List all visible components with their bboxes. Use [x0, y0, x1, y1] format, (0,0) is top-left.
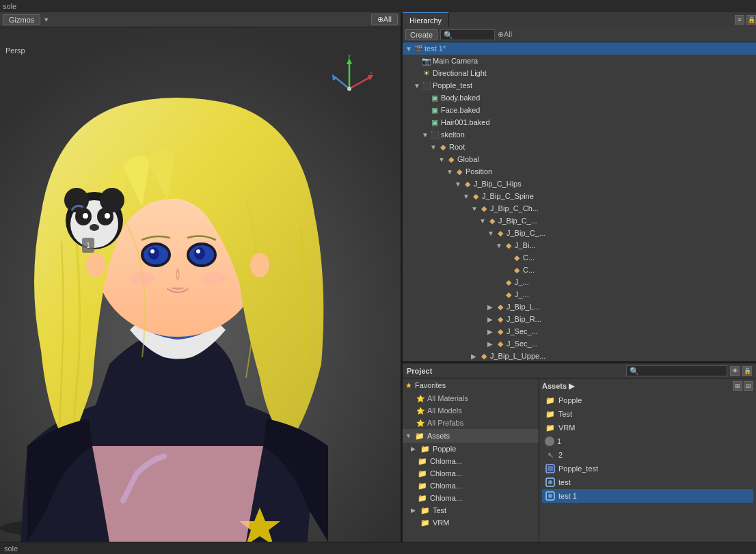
hierarchy-item-hips[interactable]: ▼ ◆ J_Bip_C_Hips: [403, 178, 756, 190]
hierarchy-menu-icon[interactable]: ≡: [735, 15, 744, 25]
svg-line-31: [349, 77, 371, 89]
skelton-icon: ⬛: [430, 130, 440, 139]
hierarchy-item-c1[interactable]: ▶ ◆ C...: [403, 251, 756, 264]
svg-point-11: [196, 249, 200, 253]
project-search-input[interactable]: [626, 365, 727, 376]
svg-rect-38: [548, 466, 553, 471]
chest-icon: ◆: [479, 204, 489, 213]
assets-right-btn2[interactable]: ⊟: [744, 381, 753, 391]
hierarchy-item-global[interactable]: ▼ ◆ Global: [403, 153, 756, 165]
hierarchy-item-position[interactable]: ▼ ◆ Position: [403, 165, 756, 178]
global-arrow: ▼: [438, 156, 446, 163]
hierarchy-item-spine[interactable]: ▼ ◆ J_Bip_C_Spine: [403, 190, 756, 202]
hierarchy-item-sec-r[interactable]: ▶ ◆ J_Sec_...: [403, 337, 756, 350]
test-scene-asset-icon: [545, 477, 556, 488]
hierarchy-item-bip-l[interactable]: ▶ ◆ J_Bip_L...: [403, 301, 756, 313]
bip-l-arrow: ▶: [487, 303, 496, 311]
hierarchy-item-popple-test[interactable]: ▼ ⬛ Popple_test: [403, 79, 756, 92]
hierarchy-item-head[interactable]: ▼ ◆ J_Bi...: [403, 239, 756, 251]
assets-tree-chloma1[interactable]: 📁 Chloma...: [403, 455, 539, 467]
assets-tree-header-label: Assets: [427, 432, 450, 440]
hierarchy-content[interactable]: ▼ 🎬 test 1* ▶ 📷 Main Camera ▶ ☀ Di: [403, 42, 756, 361]
assets-tree-chloma4[interactable]: 📁 Chloma...: [403, 492, 539, 504]
hierarchy-j1-label: J_...: [515, 278, 529, 286]
root-arrow: ▼: [430, 143, 438, 151]
svg-point-36: [347, 87, 351, 91]
assets-tree-chloma3[interactable]: 📁 Chloma...: [403, 480, 539, 492]
hierarchy-item-j2[interactable]: ▶ ◆ J_...: [403, 288, 756, 301]
hierarchy-position-label: Position: [465, 167, 492, 176]
assets-tree-header[interactable]: ▼ 📁 Assets: [403, 429, 539, 443]
project-asset-2[interactable]: ↖ 2: [542, 448, 753, 462]
gizmos-button[interactable]: Gizmos: [3, 14, 40, 25]
project-asset-test-scene[interactable]: test: [542, 475, 753, 489]
svg-text:y: y: [348, 55, 351, 59]
asset-2-icon: ↖: [545, 449, 556, 460]
svg-point-21: [105, 213, 110, 219]
hierarchy-item-chest[interactable]: ▼ ◆ J_Bip_C_Ch...: [403, 202, 756, 214]
vrm-folder-arrow: ▶: [411, 519, 419, 526]
hierarchy-item-upper-chest[interactable]: ▼ ◆ J_Bip_C_...: [403, 214, 756, 227]
hierarchy-item-j1[interactable]: ▶ ◆ J_...: [403, 276, 756, 288]
project-asset-popple[interactable]: 📁 Popple: [542, 393, 753, 407]
favorites-all-prefabs[interactable]: ⭐ All Prefabs: [403, 417, 539, 429]
hierarchy-item-neck[interactable]: ▼ ◆ J_Bip_C_...: [403, 227, 756, 239]
hierarchy-item-bip-r[interactable]: ▶ ◆ J_Bip_R...: [403, 313, 756, 325]
hierarchy-panel: Hierarchy ≡ 🔒 Create ⊕All: [402, 12, 756, 361]
assets-tree-vrm[interactable]: ▶ 📁 VRM: [403, 516, 539, 529]
hierarchy-item-face-baked[interactable]: ▶ ▣ Face.baked: [403, 104, 756, 116]
svg-text:1: 1: [86, 241, 90, 249]
hierarchy-face-baked-label: Face.baked: [441, 106, 480, 114]
hierarchy-light-label: Directional Light: [433, 69, 487, 77]
hierarchy-hips-label: J_Bip_C_Hips: [474, 180, 522, 188]
hierarchy-create-button[interactable]: Create: [405, 29, 437, 40]
svg-point-6: [148, 247, 159, 260]
hierarchy-item-directional-light[interactable]: ▶ ☀ Directional Light: [403, 67, 756, 79]
transform-gizmo[interactable]: y x: [329, 55, 373, 99]
hierarchy-sec-l-label: J_Sec_...: [507, 327, 538, 335]
tab-hierarchy[interactable]: Hierarchy: [403, 12, 449, 27]
l-upper-icon: ◆: [479, 351, 489, 361]
project-lock-icon[interactable]: 🔒: [742, 366, 752, 376]
hierarchy-search-input[interactable]: [440, 29, 495, 40]
svg-point-12: [130, 272, 154, 286]
popple-folder-arrow: ▶: [411, 445, 419, 452]
hierarchy-scene-name: test 1*: [424, 44, 446, 53]
hierarchy-item-skelton[interactable]: ▼ ⬛ skelton: [403, 128, 756, 141]
project-asset-1[interactable]: 1: [542, 434, 753, 448]
hierarchy-lock-icon[interactable]: 🔒: [746, 15, 756, 25]
hierarchy-item-main-camera[interactable]: ▶ 📷 Main Camera: [403, 55, 756, 67]
svg-point-7: [150, 249, 154, 253]
j2-icon: ◆: [504, 290, 513, 299]
project-eye-icon[interactable]: 👁: [730, 366, 740, 376]
hierarchy-scene-root[interactable]: ▼ 🎬 test 1*: [403, 42, 756, 55]
hierarchy-item-sec-l[interactable]: ▶ ◆ J_Sec_...: [403, 325, 756, 337]
favorites-all-models[interactable]: ⭐ All Models: [403, 404, 539, 417]
project-asset-vrm-folder[interactable]: 📁 VRM: [542, 421, 753, 434]
assets-tree-chloma2[interactable]: 📁 Chloma...: [403, 467, 539, 480]
favorites-all-materials[interactable]: ⭐ All Materials: [403, 392, 539, 404]
c1-icon: ◆: [512, 253, 522, 262]
scene-canvas[interactable]: 1: [0, 27, 401, 542]
hierarchy-item-body-baked[interactable]: ▶ ▣ Body.baked: [403, 92, 756, 104]
hierarchy-item-c2[interactable]: ▶ ◆ C...: [403, 264, 756, 276]
light-arrow: ▶: [414, 70, 422, 77]
hierarchy-item-root[interactable]: ▼ ◆ Root: [403, 141, 756, 153]
scene-3d-bg: 1: [0, 27, 401, 542]
sec-l-icon: ◆: [496, 327, 505, 336]
hair-baked-arrow: ▶: [422, 119, 430, 126]
project-content: ★ Favorites ⭐ All Materials ⭐ All Models: [403, 378, 756, 542]
hierarchy-item-l-upper[interactable]: ▶ ◆ J_Bip_L_Uppe...: [403, 350, 756, 361]
svg-point-40: [548, 480, 552, 484]
assets-right-btn1[interactable]: ⊞: [733, 381, 742, 391]
project-asset-test-folder[interactable]: 📁 Test: [542, 407, 753, 421]
assets-tree-test[interactable]: ▶ 📁 Test: [403, 504, 539, 516]
project-asset-test1-scene[interactable]: test 1: [542, 489, 753, 503]
hierarchy-item-hair-baked[interactable]: ▶ ▣ Hair001.baked: [403, 116, 756, 128]
project-asset-popple-test[interactable]: Popple_test: [542, 462, 753, 475]
filter-button[interactable]: ⊕All: [371, 14, 398, 25]
hierarchy-head-label: J_Bi...: [515, 241, 536, 249]
assets-tree-popple[interactable]: ▶ 📁 Popple: [403, 443, 539, 455]
favorites-header[interactable]: ★ Favorites: [403, 378, 539, 392]
popple-test-asset-icon: [545, 463, 556, 474]
